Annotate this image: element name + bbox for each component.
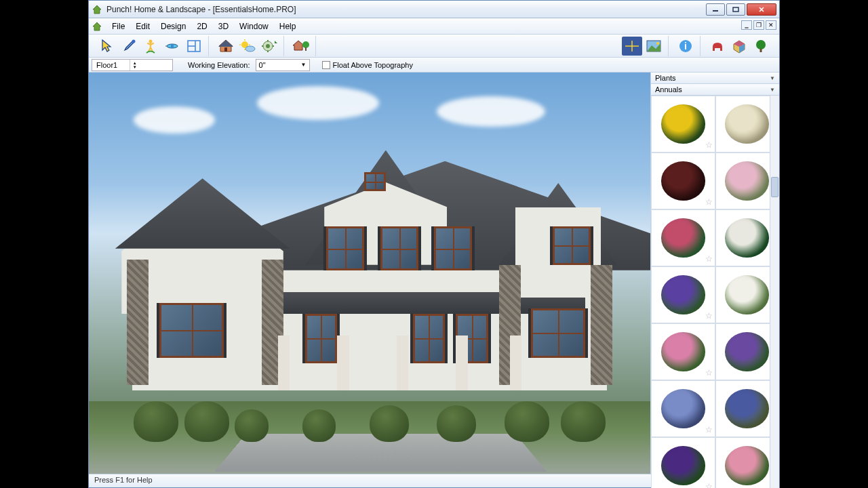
svg-rect-1 xyxy=(713,10,718,12)
menu-edit[interactable]: Edit xyxy=(130,20,155,33)
svg-rect-7 xyxy=(171,44,174,48)
menubar: File Edit Design 2D 3D Window Help ‗ ❐ ✕ xyxy=(89,18,779,35)
plant-thumbnail-icon xyxy=(661,446,705,485)
menu-2d[interactable]: 2D xyxy=(191,20,212,33)
titlebar: Punch! Home & Landscape - [EssentialsHom… xyxy=(89,1,779,18)
favorite-star-icon[interactable]: ☆ xyxy=(705,140,713,150)
menu-file[interactable]: File xyxy=(106,20,130,33)
minimize-button[interactable] xyxy=(706,3,725,16)
window-title: Punch! Home & Landscape - [EssentialsHom… xyxy=(106,5,706,14)
plant-item[interactable]: ☆ xyxy=(651,266,715,323)
tool-group-select xyxy=(93,36,209,56)
fly-tool-icon[interactable] xyxy=(162,37,182,56)
settings-tool-icon[interactable] xyxy=(259,37,279,56)
floor-selector[interactable]: Floor1 ▲▼ xyxy=(92,59,173,71)
library-category-selector[interactable]: Plants ▼ xyxy=(651,73,779,84)
plant-thumbnail-icon xyxy=(661,161,705,200)
plant-thumbnail-icon xyxy=(661,389,705,428)
svg-point-4 xyxy=(132,39,136,43)
favorite-star-icon[interactable]: ☆ xyxy=(705,254,713,264)
view-render-icon[interactable] xyxy=(644,37,664,56)
favorite-star-icon[interactable]: ☆ xyxy=(705,311,713,321)
mdi-close-button[interactable]: ✕ xyxy=(766,20,776,30)
svg-marker-0 xyxy=(93,5,101,14)
stepper-arrows-icon: ▲▼ xyxy=(130,60,139,70)
plant-item[interactable]: ☆ xyxy=(651,380,715,437)
library-subcategory-value: Annuals xyxy=(655,85,682,94)
svg-point-22 xyxy=(266,44,270,48)
furniture-library-icon[interactable] xyxy=(707,37,728,56)
chevron-down-icon: ▼ xyxy=(770,87,775,93)
menu-window[interactable]: Window xyxy=(234,20,274,33)
content-area: Plants ▼ Annuals ▼ ☆☆☆☆☆☆☆☆☆☆☆☆☆☆ xyxy=(89,73,779,474)
menu-help[interactable]: Help xyxy=(274,20,302,33)
selection-tool-icon[interactable] xyxy=(97,37,117,56)
plant-thumbnail-icon xyxy=(725,446,769,485)
scrollbar-thumb[interactable] xyxy=(771,177,778,197)
statusbar-text: Press F1 for Help xyxy=(94,476,153,484)
weather-tool-icon[interactable] xyxy=(237,37,258,56)
floorplan-tool-icon[interactable] xyxy=(184,37,204,56)
chevron-down-icon: ▼ xyxy=(770,75,775,81)
library-scrollbar[interactable] xyxy=(770,96,779,488)
favorite-star-icon[interactable]: ☆ xyxy=(705,197,713,207)
plant-thumbnail-icon xyxy=(725,332,769,371)
plants-library-icon[interactable] xyxy=(751,37,771,56)
library-subcategory-selector[interactable]: Annuals ▼ xyxy=(651,84,779,96)
mdi-minimize-button[interactable]: ‗ xyxy=(741,20,752,30)
tool-group-scene xyxy=(212,36,284,56)
svg-point-29 xyxy=(302,41,309,48)
app-menu-icon[interactable] xyxy=(92,21,102,32)
menu-design[interactable]: Design xyxy=(155,20,191,33)
library-panel: Plants ▼ Annuals ▼ ☆☆☆☆☆☆☆☆☆☆☆☆☆☆ xyxy=(650,73,779,474)
float-checkbox[interactable] xyxy=(322,61,330,69)
maximize-button[interactable] xyxy=(726,3,745,16)
plant-item[interactable]: ☆ xyxy=(651,437,715,488)
tool-group-view xyxy=(618,36,669,56)
elevation-value: 0" xyxy=(259,61,266,69)
svg-text:i: i xyxy=(684,41,687,52)
dropdown-arrow-icon: ▼ xyxy=(301,62,307,68)
app-window: Punch! Home & Landscape - [EssentialsHom… xyxy=(88,0,780,488)
elevation-input[interactable]: 0" ▼ xyxy=(256,59,310,71)
eyedropper-tool-icon[interactable] xyxy=(119,37,139,56)
float-checkbox-label: Float Above Topography xyxy=(333,61,413,69)
menu-3d[interactable]: 3D xyxy=(213,20,234,33)
app-icon xyxy=(92,4,102,15)
landscape-house-tool-icon[interactable] xyxy=(291,37,311,56)
tool-group-landscape xyxy=(287,36,316,56)
plant-thumbnail-icon xyxy=(725,275,769,314)
svg-rect-30 xyxy=(305,47,307,51)
favorite-star-icon[interactable]: ☆ xyxy=(705,425,713,434)
plant-thumbnail-icon xyxy=(661,275,705,314)
plant-item[interactable]: ☆ xyxy=(651,323,715,380)
mdi-controls: ‗ ❐ ✕ xyxy=(741,20,776,30)
view-plan-icon[interactable] xyxy=(622,37,642,56)
favorite-star-icon[interactable]: ☆ xyxy=(705,482,713,488)
svg-point-42 xyxy=(756,40,766,49)
close-button[interactable] xyxy=(747,3,776,16)
plant-thumbnail-icon xyxy=(725,389,769,428)
walk-tool-icon[interactable] xyxy=(140,37,161,56)
plant-item[interactable]: ☆ xyxy=(651,96,715,152)
viewport-3d[interactable] xyxy=(89,73,650,474)
mdi-restore-button[interactable]: ❐ xyxy=(753,20,764,30)
sub-toolbar: Floor1 ▲▼ Working Elevation: 0" ▼ Float … xyxy=(89,58,779,73)
house-tool-icon[interactable] xyxy=(216,37,236,56)
elevation-label: Working Elevation: xyxy=(188,61,250,69)
svg-rect-2 xyxy=(733,7,738,12)
materials-library-icon[interactable] xyxy=(729,37,749,56)
favorite-star-icon[interactable]: ☆ xyxy=(705,368,713,378)
plant-item[interactable]: ☆ xyxy=(651,209,715,266)
svg-marker-27 xyxy=(275,41,277,43)
plant-grid: ☆☆☆☆☆☆☆☆☆☆☆☆☆☆ xyxy=(651,96,779,488)
tool-group-info: i xyxy=(671,36,701,56)
window-controls xyxy=(706,3,776,16)
float-checkbox-wrap[interactable]: Float Above Topography xyxy=(322,61,413,69)
floor-selector-value: Floor1 xyxy=(92,61,130,69)
plant-thumbnail-icon xyxy=(661,332,705,371)
plant-thumbnail-icon xyxy=(661,104,705,143)
plant-item[interactable]: ☆ xyxy=(651,152,715,209)
main-toolbar: i xyxy=(89,35,779,58)
info-icon[interactable]: i xyxy=(675,37,696,56)
